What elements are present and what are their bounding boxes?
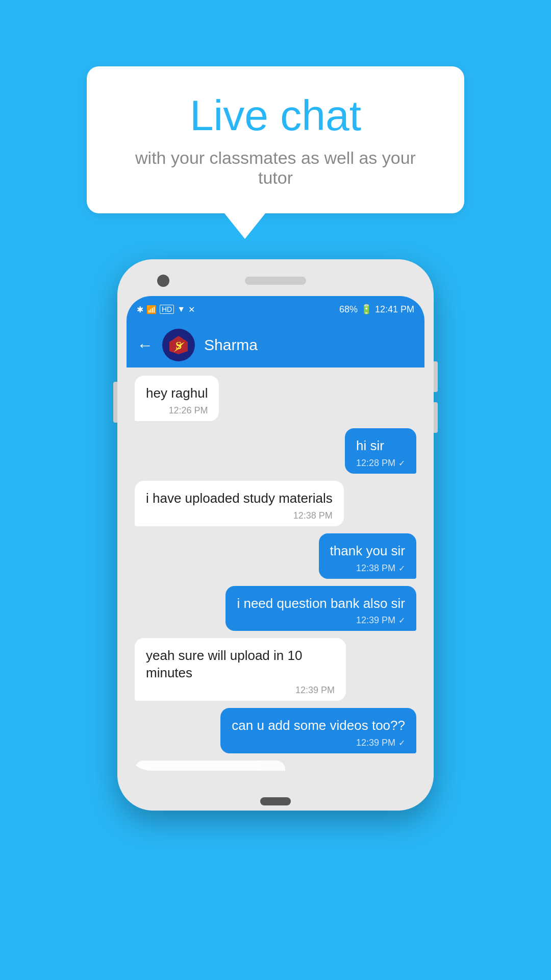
message-text: hey raghul (146, 385, 208, 402)
message-row: hi sir 12:28 PM ✓ (135, 428, 416, 474)
battery-icon: 🔋 (361, 304, 372, 315)
message-meta: 12:38 PM (146, 510, 333, 521)
feature-subtitle: with your classmates as well as your tut… (117, 148, 434, 188)
status-right-info: 68% 🔋 12:41 PM (339, 304, 414, 315)
message-row: thank you sir 12:38 PM ✓ (135, 533, 416, 579)
message-text: hi sir (356, 437, 405, 455)
message-time: 12:39 PM (356, 615, 395, 626)
message-text: can u add some videos too?? (232, 717, 405, 734)
message-time: 12:39 PM (356, 738, 395, 748)
feature-title: Live chat (117, 92, 434, 139)
message-time: 12:28 PM (356, 458, 395, 469)
message-meta: 12:26 PM (146, 405, 208, 416)
chat-header: ← S Sharma (127, 323, 424, 368)
message-row: i have uploaded study materials 12:38 PM (135, 481, 416, 526)
message-meta: 12:38 PM ✓ (330, 563, 405, 574)
wifi-icon: ▼ (177, 305, 185, 314)
front-camera (157, 275, 169, 287)
message-time: 12:26 PM (168, 405, 208, 416)
received-bubble: i have uploaded study materials 12:38 PM (135, 481, 344, 526)
message-time: 12:39 PM (295, 685, 335, 696)
message-text: thank you sir (330, 543, 405, 560)
hd-label: HD (160, 305, 174, 314)
status-bar: ✱ 📶 HD ▼ ✕ 68% 🔋 12:41 PM (127, 296, 424, 323)
speech-bubble-arrow (224, 213, 265, 239)
message-time: 12:38 PM (293, 510, 333, 521)
sent-bubble: can u add some videos too?? 12:39 PM ✓ (220, 708, 416, 753)
received-bubble: yeah sure will upload in 10 minutes 12:3… (135, 638, 346, 701)
svg-text:S: S (176, 339, 182, 352)
sent-bubble: hi sir 12:28 PM ✓ (345, 428, 416, 474)
message-row: can u add some videos too?? 12:39 PM ✓ (135, 708, 416, 753)
phone-mockup: ✱ 📶 HD ▼ ✕ 68% 🔋 12:41 PM ← (117, 259, 434, 821)
message-text: yeah sure will upload in 10 minutes (146, 647, 335, 682)
phone-screen: ✱ 📶 HD ▼ ✕ 68% 🔋 12:41 PM ← (127, 296, 424, 771)
phone-top-bar (127, 268, 424, 294)
message-row: yeah sure will upload in 10 minutes 12:3… (135, 638, 416, 701)
received-bubble: tell me the exact topic (135, 761, 285, 771)
sent-bubble: thank you sir 12:38 PM ✓ (319, 533, 416, 579)
volume-button (113, 382, 117, 423)
status-left-icons: ✱ 📶 HD ▼ ✕ (137, 305, 195, 314)
bluetooth-icon: ✱ (137, 305, 143, 314)
battery-percent: 68% (339, 304, 358, 315)
back-button[interactable]: ← (137, 336, 153, 355)
home-button[interactable] (260, 797, 291, 805)
message-meta: 12:28 PM ✓ (356, 458, 405, 469)
message-meta: 12:39 PM (146, 685, 335, 696)
message-text: i need question bank also sir (237, 595, 405, 612)
message-time: 12:38 PM (356, 563, 395, 574)
clock: 12:41 PM (375, 304, 414, 315)
message-row: hey raghul 12:26 PM (135, 376, 416, 421)
feature-card: Live chat with your classmates as well a… (87, 66, 464, 239)
read-receipt-icon: ✓ (398, 564, 405, 573)
message-text: i have uploaded study materials (146, 490, 333, 507)
read-receipt-icon: ✓ (398, 616, 405, 625)
message-row: tell me the exact topic (135, 761, 416, 771)
signal-icon: 📶 (146, 305, 157, 314)
home-button-area (127, 771, 424, 789)
message-text: tell me the exact topic (146, 770, 274, 771)
volume-down-button (434, 402, 438, 433)
sent-bubble: i need question bank also sir 12:39 PM ✓ (226, 586, 416, 631)
network-icon: ✕ (188, 305, 195, 314)
speech-bubble: Live chat with your classmates as well a… (87, 66, 464, 213)
power-button (434, 361, 438, 392)
read-receipt-icon: ✓ (398, 738, 405, 748)
message-meta: 12:39 PM ✓ (237, 615, 405, 626)
message-meta: 12:39 PM ✓ (232, 738, 405, 748)
chat-area: hey raghul 12:26 PM hi sir 12:28 PM ✓ (127, 368, 424, 771)
avatar: S (162, 329, 195, 361)
phone-body: ✱ 📶 HD ▼ ✕ 68% 🔋 12:41 PM ← (117, 259, 434, 811)
speaker-grille (245, 277, 306, 285)
message-row: i need question bank also sir 12:39 PM ✓ (135, 586, 416, 631)
received-bubble: hey raghul 12:26 PM (135, 376, 219, 421)
read-receipt-icon: ✓ (398, 458, 405, 468)
contact-name: Sharma (204, 336, 258, 354)
